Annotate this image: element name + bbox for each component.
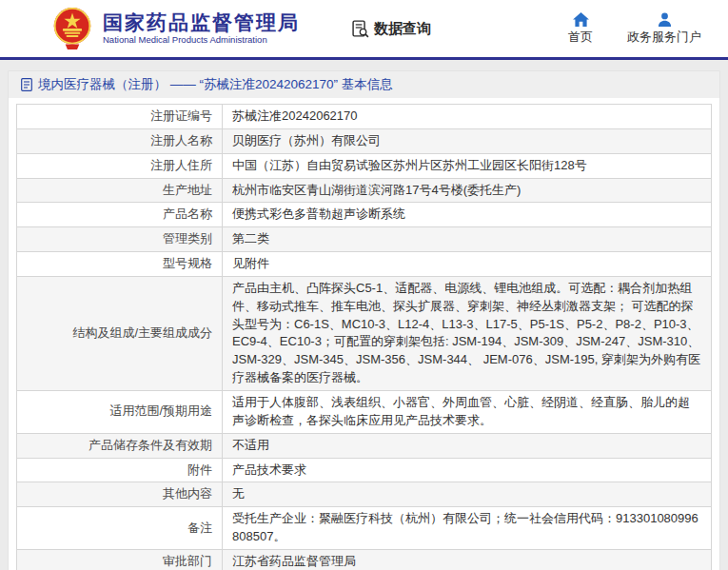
data-query-label: 数据查询 xyxy=(374,20,431,38)
table-row: 注册人名称贝朗医疗（苏州）有限公司 xyxy=(17,128,712,153)
row-value: 贝朗医疗（苏州）有限公司 xyxy=(223,128,712,153)
row-value: 见附件 xyxy=(223,252,712,277)
table-row: 审批部门江苏省药品监督管理局 xyxy=(17,549,712,570)
table-row: 注册人住所中国（江苏）自由贸易试验区苏州片区苏州工业园区长阳街128号 xyxy=(17,153,712,178)
row-label: 注册证编号 xyxy=(17,105,223,129)
page-title: 境内医疗器械（注册） —— “苏械注准20242062170” 基本信息 xyxy=(38,76,393,93)
row-label: 附件 xyxy=(17,458,223,482)
row-value: 受托生产企业：聚融医疗科技（杭州）有限公司；统一社会信用代码：913301080… xyxy=(223,507,712,550)
user-icon xyxy=(658,12,672,27)
org-name-en: National Medical Products Administration xyxy=(103,35,300,45)
row-label: 其他内容 xyxy=(17,482,223,507)
row-value: 不适用 xyxy=(223,433,712,458)
table-row: 注册证编号苏械注准20242062170 xyxy=(17,105,712,129)
row-value: 杭州市临安区青山湖街道滨河路17号4号楼(委托生产) xyxy=(223,178,712,203)
row-label: 注册人住所 xyxy=(17,153,223,178)
row-value: 中国（江苏）自由贸易试验区苏州片区苏州工业园区长阳街128号 xyxy=(223,153,712,178)
header-nav: 首页 政务服务门户 xyxy=(568,12,701,46)
table-row: 附件产品技术要求 xyxy=(17,458,712,482)
info-table-body: 注册证编号苏械注准20242062170注册人名称贝朗医疗（苏州）有限公司注册人… xyxy=(17,105,712,570)
nav-item-portal[interactable]: 政务服务门户 xyxy=(627,12,701,46)
table-row: 生产地址杭州市临安区青山湖街道滨河路17号4号楼(委托生产) xyxy=(17,178,712,203)
row-label: 注册人名称 xyxy=(17,128,223,153)
document-icon xyxy=(21,78,32,91)
row-value: 产品由主机、凸阵探头C5-1、适配器、电源线、锂电池组成。可选配：耦合剂加热组件… xyxy=(223,276,712,390)
row-value: 苏械注准20242062170 xyxy=(223,105,712,129)
row-value: 江苏省药品监督管理局 xyxy=(223,549,712,570)
content-card: 境内医疗器械（注册） —— “苏械注准20242062170” 基本信息 注册证… xyxy=(8,70,720,570)
nav-item-label: 首页 xyxy=(568,29,593,46)
table-row: 备注受托生产企业：聚融医疗科技（杭州）有限公司；统一社会信用代码：9133010… xyxy=(17,507,712,550)
data-query-link[interactable]: 数据查询 xyxy=(351,20,431,38)
registration-info-table: 注册证编号苏械注准20242062170注册人名称贝朗医疗（苏州）有限公司注册人… xyxy=(16,104,712,570)
row-label: 产品储存条件及有效期 xyxy=(17,433,223,458)
table-row: 结构及组成/主要组成成分产品由主机、凸阵探头C5-1、适配器、电源线、锂电池组成… xyxy=(17,276,712,390)
row-label: 审批部门 xyxy=(17,549,223,570)
site-header: 国家药品监督管理局 National Medical Products Admi… xyxy=(0,0,728,57)
row-value: 产品技术要求 xyxy=(223,458,712,482)
table-row: 管理类别第二类 xyxy=(17,227,712,252)
table-row: 产品名称便携式彩色多普勒超声诊断系统 xyxy=(17,203,712,227)
row-label: 产品名称 xyxy=(17,203,223,227)
card-titlebar: 境内医疗器械（注册） —— “苏械注准20242062170” 基本信息 xyxy=(9,71,719,98)
table-row: 型号规格见附件 xyxy=(17,252,712,277)
nav-item-home[interactable]: 首页 xyxy=(568,12,593,46)
row-value: 适用于人体腹部、浅表组织、小器官、外周血管、心脏、经阴道、经直肠、胎儿的超声诊断… xyxy=(223,390,712,433)
header-divider xyxy=(0,57,728,60)
national-emblem-icon xyxy=(51,6,93,51)
home-icon xyxy=(573,12,589,27)
row-value: 无 xyxy=(223,482,712,507)
nav-item-label: 政务服务门户 xyxy=(627,29,701,46)
nmpa-logo[interactable]: 国家药品监督管理局 National Medical Products Admi… xyxy=(51,6,300,51)
org-name-cn: 国家药品监督管理局 xyxy=(103,11,300,33)
table-row: 产品储存条件及有效期不适用 xyxy=(17,433,712,458)
table-row: 适用范围/预期用途适用于人体腹部、浅表组织、小器官、外周血管、心脏、经阴道、经直… xyxy=(17,390,712,433)
row-label: 型号规格 xyxy=(17,252,223,277)
table-row: 其他内容无 xyxy=(17,482,712,507)
row-label: 适用范围/预期用途 xyxy=(17,390,223,433)
document-search-icon xyxy=(351,20,369,38)
row-label: 结构及组成/主要组成成分 xyxy=(17,276,223,390)
row-value: 便携式彩色多普勒超声诊断系统 xyxy=(223,203,712,227)
row-label: 管理类别 xyxy=(17,227,223,252)
row-value: 第二类 xyxy=(223,227,712,252)
row-label: 备注 xyxy=(17,507,223,550)
row-label: 生产地址 xyxy=(17,178,223,203)
